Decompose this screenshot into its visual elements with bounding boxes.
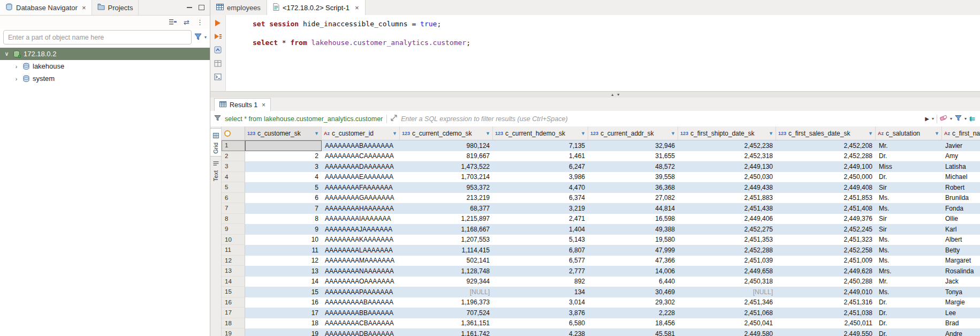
table-cell[interactable]: Karl (942, 224, 980, 235)
table-cell[interactable]: Sir (876, 182, 942, 193)
table-cell[interactable]: 1,404 (493, 224, 588, 235)
table-cell[interactable]: 17 (245, 308, 322, 318)
column-header-c_current_hdemo_sk[interactable]: 123c_current_hdemo_sk▼ (493, 126, 588, 140)
table-cell[interactable]: 2,451,039 (678, 256, 776, 266)
table-cell[interactable]: 2,452,245 (776, 224, 876, 235)
table-cell[interactable]: Miss (876, 161, 942, 172)
output-console-button[interactable] (214, 72, 222, 81)
column-header-c_customer_sk[interactable]: 123c_customer_sk▼ (245, 126, 322, 140)
table-cell[interactable]: 4 (245, 172, 322, 183)
table-cell[interactable]: 2,452,238 (678, 140, 776, 151)
table-cell[interactable]: Amy (942, 151, 980, 162)
table-cell[interactable]: 44,814 (588, 203, 678, 214)
table-cell[interactable]: 2,451,316 (776, 297, 876, 308)
table-cell[interactable]: Mr. (876, 277, 942, 287)
object-search-input[interactable] (3, 30, 192, 44)
table-cell[interactable]: 2,452,208 (776, 140, 876, 151)
table-cell[interactable]: 1,461 (493, 151, 588, 162)
sort-dropdown-icon[interactable]: ▼ (769, 131, 773, 136)
table-cell[interactable]: AAAAAAAAMAAAAAAA (322, 256, 400, 266)
column-header-c_current_cdemo_sk[interactable]: 123c_current_cdemo_sk▼ (400, 126, 493, 140)
table-cell[interactable]: Dr. (876, 328, 942, 336)
tree-item-172-18-0-2[interactable]: ∨172.18.0.2 (0, 48, 210, 60)
table-cell[interactable]: 32,946 (588, 140, 678, 151)
table-cell[interactable]: Lee (942, 308, 980, 318)
table-cell[interactable]: 1,473,522 (400, 161, 493, 172)
table-cell[interactable]: 2,451,438 (678, 203, 776, 214)
table-cell[interactable]: 2,452,318 (678, 151, 776, 162)
table-cell[interactable]: Brad (942, 318, 980, 329)
column-header-c_first_shipto_date_sk[interactable]: 123c_first_shipto_date_sk▼ (678, 126, 776, 140)
table-cell[interactable]: 6,247 (493, 161, 588, 172)
column-header-c_first_sales_date_sk[interactable]: 123c_first_sales_date_sk▼ (776, 126, 876, 140)
column-header-c_customer_id[interactable]: Azc_customer_id▼ (322, 126, 400, 140)
table-cell[interactable]: 6,807 (493, 245, 588, 256)
table-cell[interactable]: 2,452,288 (776, 151, 876, 162)
table-cell[interactable]: Dr. (876, 297, 942, 308)
table-cell[interactable]: Rosalinda (942, 266, 980, 277)
sort-dropdown-icon[interactable]: ▼ (392, 131, 397, 136)
table-cell[interactable]: 3,876 (493, 308, 588, 318)
table-cell[interactable]: Betty (942, 245, 980, 256)
table-cell[interactable]: 39,558 (588, 172, 678, 183)
table-cell[interactable]: 2,451,009 (776, 256, 876, 266)
table-cell[interactable]: 2,449,100 (776, 161, 876, 172)
table-cell[interactable]: 9 (245, 224, 322, 235)
row-number[interactable]: 10 (222, 235, 245, 245)
table-cell[interactable]: 30,469 (588, 287, 678, 297)
table-cell[interactable]: 7 (245, 203, 322, 214)
collapse-all-icon[interactable] (169, 18, 177, 27)
tab-database-navigator[interactable]: Database Navigator × (0, 0, 92, 15)
row-number[interactable]: 4 (222, 172, 245, 183)
table-cell[interactable]: 2,452,288 (678, 245, 776, 256)
table-cell[interactable]: 2 (245, 151, 322, 162)
sort-dropdown-icon[interactable]: ▼ (935, 131, 939, 136)
row-number[interactable]: 8 (222, 214, 245, 225)
table-cell[interactable]: 3,014 (493, 297, 588, 308)
row-number[interactable]: 16 (222, 297, 245, 308)
tab-text-view[interactable]: Text (210, 156, 221, 183)
table-cell[interactable]: 2,449,580 (678, 328, 776, 336)
sort-dropdown-icon[interactable]: ▼ (314, 131, 319, 136)
table-cell[interactable]: 6,580 (493, 318, 588, 329)
table-cell[interactable]: 48,572 (588, 161, 678, 172)
table-cell[interactable]: 5,143 (493, 235, 588, 245)
table-cell[interactable]: 7,135 (493, 140, 588, 151)
table-cell[interactable]: Mrs. (876, 266, 942, 277)
close-icon[interactable]: × (82, 4, 86, 12)
table-cell[interactable]: Sir (876, 214, 942, 225)
table-cell[interactable]: 2,450,030 (678, 172, 776, 183)
table-cell[interactable]: AAAAAAAAABAAAAAA (322, 297, 400, 308)
table-cell[interactable] (245, 140, 322, 151)
table-cell[interactable]: 1,168,667 (400, 224, 493, 235)
table-cell[interactable]: Ms. (876, 193, 942, 204)
clear-filter-icon[interactable] (940, 115, 947, 123)
table-cell[interactable]: 14,006 (588, 266, 678, 277)
table-cell[interactable]: 2,451,883 (678, 193, 776, 204)
table-cell[interactable]: 8 (245, 214, 322, 225)
save-filter-icon[interactable] (955, 115, 962, 123)
filter-dropdown-icon[interactable]: ▾ (204, 35, 207, 40)
table-cell[interactable]: Andre (942, 328, 980, 336)
table-cell[interactable]: 3 (245, 161, 322, 172)
table-cell[interactable]: 134 (493, 287, 588, 297)
sort-dropdown-icon[interactable]: ▼ (485, 131, 490, 136)
table-cell[interactable]: AAAAAAAADBAAAAAA (322, 328, 400, 336)
table-cell[interactable]: Dr. (876, 318, 942, 329)
table-cell[interactable]: 2,450,011 (776, 318, 876, 329)
row-number[interactable]: 15 (222, 287, 245, 297)
table-cell[interactable]: 2,450,000 (776, 172, 876, 183)
table-cell[interactable]: Ms. (876, 256, 942, 266)
row-number[interactable]: 13 (222, 266, 245, 277)
table-cell[interactable]: 2,449,628 (776, 266, 876, 277)
table-cell[interactable]: 929,344 (400, 277, 493, 287)
row-number[interactable]: 1 (222, 140, 245, 151)
tab-sql-script[interactable]: <172.18.0.2> Script-1 × (267, 0, 366, 15)
table-cell[interactable]: 2,452,258 (776, 245, 876, 256)
table-cell[interactable]: AAAAAAAAIAAAAAAA (322, 214, 400, 225)
row-number[interactable]: 5 (222, 182, 245, 193)
table-cell[interactable]: 6 (245, 193, 322, 204)
table-cell[interactable]: 2,451,853 (776, 193, 876, 204)
table-cell[interactable]: 2,451,346 (678, 297, 776, 308)
table-cell[interactable]: 213,219 (400, 193, 493, 204)
